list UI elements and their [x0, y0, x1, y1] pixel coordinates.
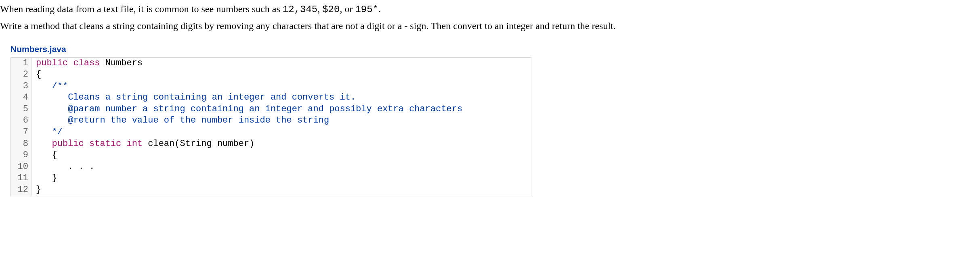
lineno: 7 [11, 127, 32, 138]
code-line-11: 11 } [11, 173, 531, 184]
lineno: 5 [11, 104, 32, 115]
code-line-8: 8 public static int clean(String number) [11, 138, 531, 150]
intro-text-1: When reading data from a text file, it i… [0, 4, 283, 14]
filename-label: Numbers.java [10, 43, 980, 56]
code-line-1: 1 public class Numbers [11, 58, 531, 69]
intro-num-3: 195* [355, 4, 378, 15]
lineno: 2 [11, 69, 32, 81]
lineno: 12 [11, 184, 32, 196]
intro-end: . [378, 4, 381, 14]
code-line-12: 12 } [11, 184, 531, 196]
lineno: 6 [11, 115, 32, 127]
code-line-3: 3 /** [11, 81, 531, 92]
lineno: 1 [11, 58, 32, 69]
instruction-paragraph: Write a method that cleans a string cont… [0, 19, 980, 33]
intro-paragraph: When reading data from a text file, it i… [0, 2, 980, 17]
lineno: 9 [11, 150, 32, 161]
code-line-5: 5 @param number a string containing an i… [11, 104, 531, 115]
code-line-4: 4 Cleans a string containing an integer … [11, 92, 531, 104]
intro-num-2: $20 [322, 4, 340, 15]
lineno: 10 [11, 161, 32, 173]
code-line-6: 6 @return the value of the number inside… [11, 115, 531, 127]
lineno: 3 [11, 81, 32, 92]
code-line-9: 9 { [11, 150, 531, 161]
code-line-7: 7 */ [11, 127, 531, 138]
lineno: 11 [11, 173, 32, 184]
lineno: 4 [11, 92, 32, 104]
code-block: 1 public class Numbers 2 { 3 /** 4 Clean… [10, 57, 531, 196]
intro-num-1: 12,345 [283, 4, 317, 15]
intro-sep-1: , [317, 4, 322, 14]
intro-sep-2: , or [340, 4, 355, 14]
code-line-10: 10 . . . [11, 161, 531, 173]
lineno: 8 [11, 138, 32, 150]
code-line-2: 2 { [11, 69, 531, 81]
